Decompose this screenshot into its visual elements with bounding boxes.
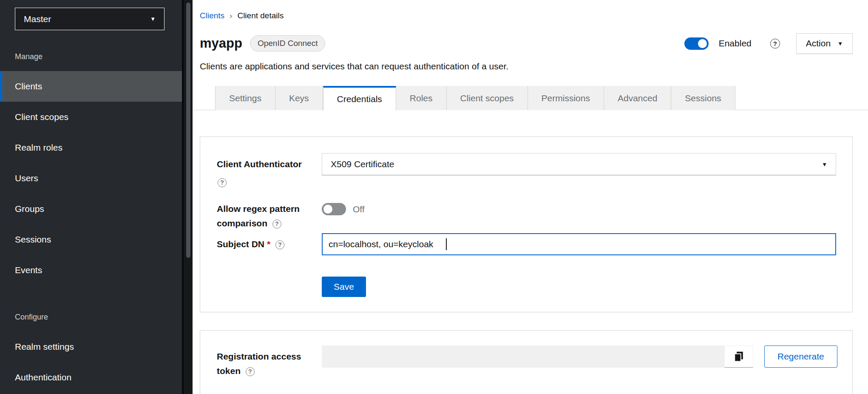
regex-label-text: Allow regex pattern comparison	[217, 204, 300, 228]
help-icon[interactable]: ?	[272, 220, 281, 228]
main-content: Clients › Client details myapp OpenID Co…	[193, 0, 868, 394]
tab-advanced[interactable]: Advanced	[604, 86, 671, 110]
breadcrumb-separator-icon: ›	[230, 11, 232, 20]
nav-list: Clients Client scopes Realm roles Users …	[0, 71, 182, 286]
caret-down-icon: ▼	[822, 161, 827, 168]
nav-section-configure: Configure Realm settings Authentication	[0, 312, 182, 393]
page-title: myapp	[200, 36, 242, 51]
sidebar-item-users[interactable]: Users	[0, 163, 182, 194]
tab-settings[interactable]: Settings	[215, 86, 275, 110]
sidebar-item-events[interactable]: Events	[0, 255, 182, 286]
nav-list: Realm settings Authentication	[0, 331, 182, 393]
sidebar-item-authentication[interactable]: Authentication	[0, 362, 182, 393]
help-icon[interactable]: ?	[275, 240, 284, 249]
realm-selector[interactable]: Master ▼	[15, 8, 165, 30]
sidebar-item-realm-roles[interactable]: Realm roles	[0, 132, 182, 163]
help-icon[interactable]: ?	[218, 178, 227, 187]
registration-token-row: Registration access token ? Regenerate	[217, 345, 836, 378]
action-dropdown-button[interactable]: Action ▼	[796, 33, 853, 54]
enabled-toggle[interactable]	[684, 37, 709, 50]
tab-keys[interactable]: Keys	[275, 86, 323, 110]
subject-dn-input-wrap	[322, 233, 836, 255]
client-authenticator-row: Client Authenticator ? X509 Certificate …	[217, 153, 836, 190]
subject-dn-input[interactable]	[322, 233, 836, 255]
text-cursor	[446, 238, 447, 250]
tab-permissions[interactable]: Permissions	[528, 86, 604, 110]
regex-row: Allow regex pattern comparison ? Off	[217, 202, 836, 231]
client-authenticator-select[interactable]: X509 Certificate ▼	[322, 153, 836, 175]
nav-section-title: Configure	[0, 312, 182, 322]
regex-toggle-state: Off	[353, 202, 365, 217]
sidebar-item-groups[interactable]: Groups	[0, 194, 182, 224]
subject-dn-row: Subject DN* ?	[217, 233, 836, 255]
nav-section-title: Manage	[0, 51, 182, 62]
sidebar-item-realm-settings[interactable]: Realm settings	[0, 331, 182, 362]
page-header: myapp OpenID Connect Enabled ? Action ▼	[200, 32, 853, 54]
toggle-knob	[323, 205, 332, 214]
credentials-card: Client Authenticator ? X509 Certificate …	[200, 137, 853, 312]
client-authenticator-label: Client Authenticator ?	[217, 153, 322, 190]
tab-client-scopes[interactable]: Client scopes	[447, 86, 528, 110]
registration-token-label: Registration access token ?	[217, 345, 322, 378]
caret-down-icon: ▼	[837, 40, 843, 47]
regenerate-button[interactable]: Regenerate	[764, 345, 837, 368]
help-icon[interactable]: ?	[246, 367, 255, 376]
tab-bar: Settings Keys Credentials Roles Client s…	[193, 86, 868, 110]
sidebar-item-client-scopes[interactable]: Client scopes	[0, 102, 182, 132]
sidebar-item-clients[interactable]: Clients	[0, 71, 182, 102]
required-marker: *	[267, 239, 270, 249]
action-dropdown-label: Action	[806, 38, 831, 49]
page-description: Clients are applications and services th…	[200, 60, 853, 72]
caret-down-icon: ▼	[150, 16, 156, 22]
nav-section-manage: Manage Clients Client scopes Realm roles…	[0, 51, 182, 286]
realm-selector-label: Master	[24, 14, 51, 24]
help-icon[interactable]: ?	[770, 39, 780, 49]
regex-toggle-field: Off	[322, 202, 365, 217]
copy-button[interactable]	[724, 345, 753, 368]
protocol-badge: OpenID Connect	[250, 35, 326, 51]
client-authenticator-label-text: Client Authenticator	[217, 153, 317, 175]
registration-token-input	[322, 345, 724, 368]
toggle-knob	[698, 39, 707, 48]
sidebar: Master ▼ Manage Clients Client scopes Re…	[0, 0, 182, 394]
breadcrumb-current: Client details	[237, 11, 284, 20]
sidebar-scrollbar-thumb[interactable]	[186, 3, 190, 258]
registration-token-field: Regenerate	[322, 345, 837, 368]
breadcrumb-clients-link[interactable]: Clients	[200, 11, 224, 20]
tab-roles[interactable]: Roles	[396, 86, 447, 110]
copy-icon	[733, 351, 744, 362]
registration-token-label-text: Registration access token	[217, 351, 301, 376]
regex-toggle[interactable]	[322, 203, 346, 215]
registration-token-card: Registration access token ? Regenerate	[200, 330, 853, 394]
tab-sessions[interactable]: Sessions	[671, 86, 735, 110]
subject-dn-label-text: Subject DN	[217, 239, 264, 249]
sidebar-scrollbar[interactable]	[182, 0, 193, 394]
subject-dn-label: Subject DN* ?	[217, 233, 322, 255]
save-button[interactable]: Save	[322, 277, 366, 297]
client-authenticator-value: X509 Certificate	[331, 159, 394, 169]
sidebar-item-sessions[interactable]: Sessions	[0, 224, 182, 255]
breadcrumb: Clients › Client details	[200, 11, 853, 20]
enabled-label: Enabled	[719, 38, 752, 49]
tab-credentials[interactable]: Credentials	[323, 86, 396, 111]
header-controls: Enabled ? Action ▼	[684, 33, 853, 54]
regex-label: Allow regex pattern comparison ?	[217, 202, 322, 231]
